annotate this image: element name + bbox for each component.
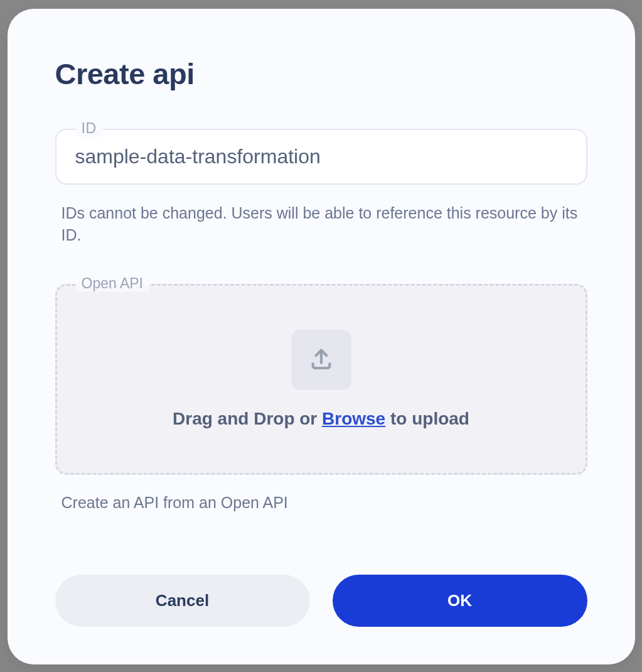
upload-icon-box <box>291 330 351 390</box>
cancel-button[interactable]: Cancel <box>55 575 310 627</box>
ok-button[interactable]: OK <box>333 575 587 627</box>
id-field-label: ID <box>75 120 103 137</box>
open-api-label: Open API <box>75 275 149 292</box>
browse-link[interactable]: Browse <box>322 409 385 428</box>
id-helper-text: IDs cannot be changed. Users will be abl… <box>55 202 587 246</box>
id-input[interactable] <box>55 129 587 185</box>
id-field-wrap: ID <box>55 129 587 185</box>
drag-text: Drag and Drop or <box>173 409 322 428</box>
dropzone-text: Drag and Drop or Browse to upload <box>173 409 469 429</box>
modal-title: Create api <box>55 57 587 91</box>
open-api-helper-text: Create an API from an Open API <box>55 494 587 512</box>
create-api-modal: Create api ID IDs cannot be changed. Use… <box>8 9 635 664</box>
upload-icon <box>309 346 334 374</box>
modal-button-row: Cancel OK <box>55 575 587 627</box>
open-api-field-wrap: Open API Drag and Drop or Browse to uplo… <box>55 284 587 475</box>
upload-text: to upload <box>385 409 469 428</box>
open-api-dropzone[interactable]: Drag and Drop or Browse to upload <box>55 284 587 475</box>
